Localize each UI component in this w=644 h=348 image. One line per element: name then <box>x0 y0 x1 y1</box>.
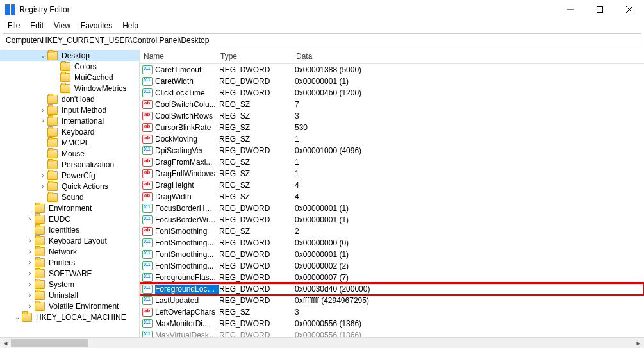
value-row[interactable]: MaxVirtualDeskt...REG_DWORD0x00000556 (1… <box>140 329 644 337</box>
value-row[interactable]: ClickLockTimeREG_DWORD0x000004b0 (1200) <box>140 87 644 99</box>
tree-item[interactable]: ›Volatile Environment <box>0 301 139 311</box>
value-row[interactable]: MaxMonitorDi...REG_DWORD0x00000556 (1366… <box>140 318 644 329</box>
value-row[interactable]: FocusBorderWid...REG_DWORD0x00000001 (1) <box>140 214 644 226</box>
expander-icon[interactable]: › <box>38 106 47 113</box>
value-row[interactable]: CoolSwitchColu...REG_SZ7 <box>140 99 644 110</box>
value-type: REG_DWORD <box>219 204 295 213</box>
tree-item[interactable]: Mouse <box>0 148 139 159</box>
menu-favorites[interactable]: Favorites <box>76 20 117 31</box>
value-row[interactable]: DragWidthREG_SZ4 <box>140 191 644 203</box>
tree-item[interactable]: Sound <box>0 192 139 203</box>
values-pane[interactable]: Name Type Data CaretTimeoutREG_DWORD0x00… <box>140 49 644 337</box>
folder-icon <box>35 269 45 278</box>
value-type: REG_DWORD <box>219 319 295 328</box>
value-row[interactable]: DragHeightREG_SZ4 <box>140 179 644 191</box>
value-row[interactable]: DragFullWindowsREG_SZ1 <box>140 168 644 179</box>
expander-icon[interactable]: › <box>26 259 35 266</box>
menu-view[interactable]: View <box>49 20 76 31</box>
tree-item[interactable]: ⌄Desktop <box>0 50 139 61</box>
expander-icon[interactable]: › <box>38 183 47 190</box>
expander-icon[interactable]: › <box>26 248 35 255</box>
expander-icon[interactable]: › <box>26 237 35 244</box>
tree-item[interactable]: ›Quick Actions <box>0 181 139 192</box>
expander-icon[interactable]: › <box>38 172 47 179</box>
expander-icon[interactable]: ⌄ <box>38 52 47 59</box>
col-name[interactable]: Name <box>140 49 217 63</box>
expander-icon[interactable]: › <box>26 281 35 288</box>
tree-item[interactable]: Personalization <box>0 159 139 170</box>
tree-item[interactable]: ›International <box>0 115 139 126</box>
string-icon <box>142 112 153 120</box>
value-row[interactable]: CursorBlinkRateREG_SZ530 <box>140 122 644 133</box>
tree-item-label: Keyboard Layout <box>47 236 108 245</box>
tree-pane[interactable]: ⌄DesktopColorsMuiCachedWindowMetricsdon'… <box>0 49 140 337</box>
value-row[interactable]: DpiScalingVerREG_DWORD0x00001000 (4096) <box>140 145 644 156</box>
col-type[interactable]: Type <box>217 49 292 63</box>
value-row[interactable]: FocusBorderHei...REG_DWORD0x00000001 (1) <box>140 203 644 214</box>
col-data[interactable]: Data <box>292 49 644 63</box>
tree-item[interactable]: ›PowerCfg <box>0 170 139 181</box>
value-row[interactable]: ForegroundFlas...REG_DWORD0x00000007 (7) <box>140 272 644 283</box>
value-row[interactable]: FontSmoothing...REG_DWORD0x00000001 (1) <box>140 249 644 260</box>
value-row[interactable]: FontSmoothing...REG_DWORD0x00000002 (2) <box>140 260 644 272</box>
binary-icon <box>142 238 153 247</box>
tree-item[interactable]: Keyboard <box>0 126 139 137</box>
scroll-left-arrow[interactable]: ◄ <box>0 338 11 349</box>
menu-edit[interactable]: Edit <box>25 20 49 31</box>
value-row[interactable]: ForegroundLock...REG_DWORD0x00030d40 (20… <box>140 283 644 295</box>
close-button[interactable] <box>615 0 644 19</box>
expander-icon[interactable]: › <box>38 117 47 124</box>
address-bar[interactable]: Computer\HKEY_CURRENT_USER\Control Panel… <box>3 33 641 47</box>
value-row[interactable]: CaretTimeoutREG_DWORD0x00001388 (5000) <box>140 64 644 76</box>
expander-icon[interactable]: ⌄ <box>13 313 22 320</box>
folder-icon <box>47 171 58 180</box>
value-name: FontSmoothing <box>155 227 219 236</box>
value-row[interactable]: CaretWidthREG_DWORD0x00000001 (1) <box>140 76 644 87</box>
tree-item[interactable]: ›SOFTWARE <box>0 268 139 279</box>
tree-item[interactable]: ›Keyboard Layout <box>0 235 139 246</box>
value-row[interactable]: FontSmoothing...REG_DWORD0x00000000 (0) <box>140 237 644 249</box>
value-row[interactable]: LeftOverlapCharsREG_SZ3 <box>140 306 644 318</box>
expander-icon[interactable]: › <box>26 302 35 310</box>
tree-item[interactable]: WindowMetrics <box>0 83 139 94</box>
expander-icon[interactable]: › <box>26 215 35 222</box>
tree-item[interactable]: ›EUDC <box>0 213 139 224</box>
horizontal-scrollbar[interactable]: ◄ ► <box>0 337 644 348</box>
scroll-track[interactable] <box>11 338 633 348</box>
value-name: CoolSwitchColu... <box>155 100 219 109</box>
tree-item[interactable]: ›Uninstall <box>0 290 139 301</box>
value-row[interactable]: FontSmoothingREG_SZ2 <box>140 226 644 237</box>
value-data: 0x00001388 (5000) <box>295 65 644 74</box>
menu-file[interactable]: File <box>3 20 25 31</box>
value-row[interactable]: LastUpdatedREG_DWORD0xffffffff (42949672… <box>140 295 644 306</box>
value-row[interactable]: DragFromMaxi...REG_SZ1 <box>140 156 644 168</box>
folder-icon <box>47 106 58 115</box>
maximize-button[interactable] <box>585 0 615 19</box>
tree-item[interactable]: ›System <box>0 279 139 290</box>
menu-help[interactable]: Help <box>117 20 144 31</box>
folder-icon <box>47 193 58 202</box>
tree-item[interactable]: don't load <box>0 94 139 104</box>
string-icon <box>142 135 153 144</box>
tree-item[interactable]: Colors <box>0 61 139 72</box>
minimize-button[interactable] <box>556 0 585 19</box>
main-split: ⌄DesktopColorsMuiCachedWindowMetricsdon'… <box>0 49 644 337</box>
expander-icon[interactable]: › <box>26 292 35 299</box>
tree-item[interactable]: Environment <box>0 203 139 213</box>
tree-item[interactable]: Identities <box>0 224 139 235</box>
scroll-right-arrow[interactable]: ► <box>633 338 644 349</box>
tree-item[interactable]: ›Network <box>0 246 139 257</box>
tree-item[interactable]: MMCPL <box>0 137 139 148</box>
expander-icon[interactable]: › <box>26 270 35 277</box>
tree-item[interactable]: ›Printers <box>0 257 139 268</box>
tree-item-label: Environment <box>47 204 93 213</box>
folder-icon <box>47 138 58 147</box>
tree-item[interactable]: MuiCached <box>0 72 139 83</box>
value-row[interactable]: DockMovingREG_SZ1 <box>140 133 644 145</box>
binary-icon <box>142 261 153 270</box>
tree-item[interactable]: ⌄HKEY_LOCAL_MACHINE <box>0 311 139 322</box>
tree-item[interactable]: ›Input Method <box>0 104 139 115</box>
scroll-thumb[interactable] <box>11 339 88 347</box>
folder-icon <box>60 84 70 93</box>
value-row[interactable]: CoolSwitchRowsREG_SZ3 <box>140 110 644 122</box>
